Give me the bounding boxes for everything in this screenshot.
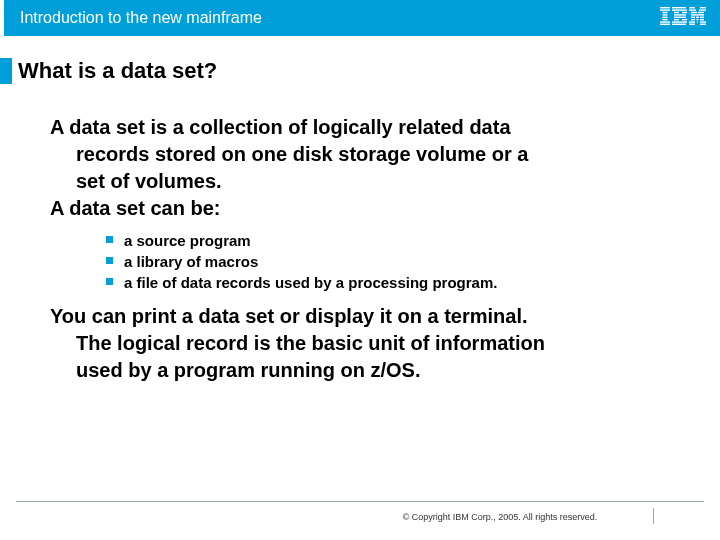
svg-rect-5 xyxy=(663,19,668,20)
svg-rect-4 xyxy=(663,17,668,18)
svg-rect-3 xyxy=(663,14,668,15)
svg-rect-17 xyxy=(672,24,686,25)
svg-rect-23 xyxy=(698,12,704,13)
title-row: What is a data set? xyxy=(0,58,720,84)
svg-rect-18 xyxy=(689,7,695,8)
header-bar: Introduction to the new mainframe xyxy=(0,0,720,36)
ibm-logo-icon xyxy=(660,7,706,29)
paragraph-3: You can print a data set or display it o… xyxy=(50,303,670,384)
slide-content: A data set is a collection of logically … xyxy=(0,84,720,384)
para3-line3: used by a program running on z/OS. xyxy=(50,357,670,384)
paragraph-2: A data set can be: xyxy=(50,195,670,222)
list-item: a source program xyxy=(106,230,670,251)
svg-rect-8 xyxy=(672,7,686,8)
svg-rect-33 xyxy=(700,21,706,22)
svg-rect-13 xyxy=(674,17,686,18)
paragraph-1: A data set is a collection of logically … xyxy=(50,114,670,195)
slide-title: What is a data set? xyxy=(18,58,217,84)
svg-rect-28 xyxy=(691,19,695,20)
svg-rect-16 xyxy=(672,21,687,22)
para1-line1: A data set is a collection of logically … xyxy=(50,114,670,141)
svg-rect-21 xyxy=(699,9,706,10)
footer-tick-mark xyxy=(653,508,654,524)
svg-rect-0 xyxy=(660,7,670,8)
svg-rect-29 xyxy=(697,19,699,20)
svg-rect-25 xyxy=(691,17,695,18)
svg-rect-24 xyxy=(691,14,704,15)
svg-rect-1 xyxy=(660,9,670,10)
para3-line1: You can print a data set or display it o… xyxy=(50,303,670,330)
svg-rect-22 xyxy=(691,12,697,13)
svg-rect-20 xyxy=(689,9,696,10)
svg-rect-32 xyxy=(697,21,698,22)
bullet-list: a source program a library of macros a f… xyxy=(106,230,670,293)
svg-rect-30 xyxy=(700,19,704,20)
svg-rect-10 xyxy=(674,12,679,13)
para3-line2: The logical record is the basic unit of … xyxy=(50,330,670,357)
svg-rect-9 xyxy=(672,9,687,10)
para1-line3: set of volumes. xyxy=(50,168,670,195)
svg-rect-35 xyxy=(700,24,706,25)
footer-divider xyxy=(16,501,704,502)
svg-rect-7 xyxy=(660,24,670,25)
svg-rect-15 xyxy=(682,19,687,20)
svg-rect-14 xyxy=(674,19,679,20)
svg-rect-11 xyxy=(682,12,687,13)
svg-rect-31 xyxy=(689,21,695,22)
footer: © Copyright IBM Corp., 2005. All rights … xyxy=(16,501,704,522)
title-accent-bar xyxy=(0,58,12,84)
svg-rect-6 xyxy=(660,21,670,22)
svg-rect-34 xyxy=(689,24,695,25)
list-item: a file of data records used by a process… xyxy=(106,272,670,293)
para1-line2: records stored on one disk storage volum… xyxy=(50,141,670,168)
svg-rect-19 xyxy=(700,7,706,8)
header-title: Introduction to the new mainframe xyxy=(20,9,262,27)
svg-rect-26 xyxy=(696,17,699,18)
svg-rect-27 xyxy=(700,17,704,18)
list-item: a library of macros xyxy=(106,251,670,272)
svg-rect-12 xyxy=(674,14,686,15)
copyright-text: © Copyright IBM Corp., 2005. All rights … xyxy=(16,512,704,522)
svg-rect-2 xyxy=(663,12,668,13)
